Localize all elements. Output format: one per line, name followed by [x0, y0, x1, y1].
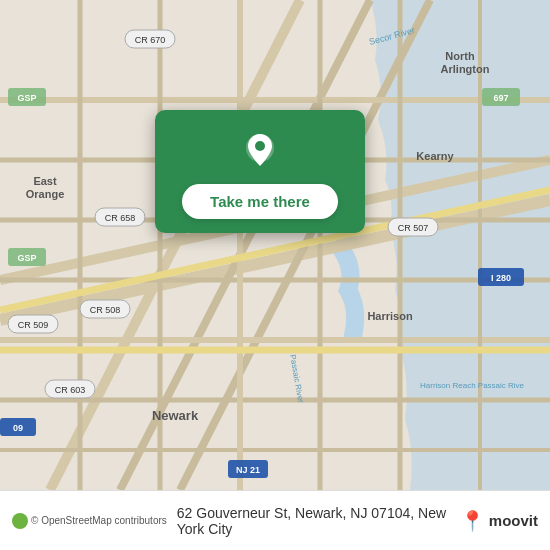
svg-text:Harrison: Harrison: [367, 310, 413, 322]
svg-text:NJ 21: NJ 21: [236, 465, 260, 475]
take-me-there-button[interactable]: Take me there: [182, 184, 338, 219]
svg-text:CR 509: CR 509: [18, 320, 49, 330]
svg-text:Arlington: Arlington: [441, 63, 490, 75]
svg-text:09: 09: [13, 423, 23, 433]
svg-text:697: 697: [493, 93, 508, 103]
map-container: GSP GSP CR 670 CR 658 CR 509 CR 508 CR 5…: [0, 0, 550, 490]
svg-text:Kearny: Kearny: [416, 150, 454, 162]
osm-circle-icon: [12, 513, 28, 529]
cta-card: Take me there: [155, 110, 365, 233]
moovit-logo: 📍 moovit: [460, 509, 538, 533]
map-background: GSP GSP CR 670 CR 658 CR 509 CR 508 CR 5…: [0, 0, 550, 490]
osm-credit-text: © OpenStreetMap contributors: [31, 515, 167, 526]
svg-text:CR 658: CR 658: [105, 213, 136, 223]
footer-bar: © OpenStreetMap contributors 62 Gouverne…: [0, 490, 550, 550]
location-pin-icon: [238, 128, 282, 172]
address-text: 62 Gouverneur St, Newark, NJ 07104, New …: [177, 505, 460, 537]
svg-text:GSP: GSP: [17, 93, 36, 103]
svg-text:CR 670: CR 670: [135, 35, 166, 45]
svg-text:East: East: [33, 175, 57, 187]
svg-text:GSP: GSP: [17, 253, 36, 263]
svg-point-56: [255, 141, 265, 151]
svg-text:North: North: [445, 50, 475, 62]
svg-text:I 280: I 280: [491, 273, 511, 283]
osm-credit: © OpenStreetMap contributors: [12, 513, 167, 529]
svg-text:CR 507: CR 507: [398, 223, 429, 233]
svg-text:CR 603: CR 603: [55, 385, 86, 395]
svg-text:Harrison Reach Passaic Rive: Harrison Reach Passaic Rive: [420, 381, 525, 390]
svg-text:CR 508: CR 508: [90, 305, 121, 315]
svg-text:Newark: Newark: [152, 408, 199, 423]
moovit-pin-icon: 📍: [460, 509, 485, 533]
moovit-brand-text: moovit: [489, 512, 538, 529]
svg-text:Orange: Orange: [26, 188, 65, 200]
